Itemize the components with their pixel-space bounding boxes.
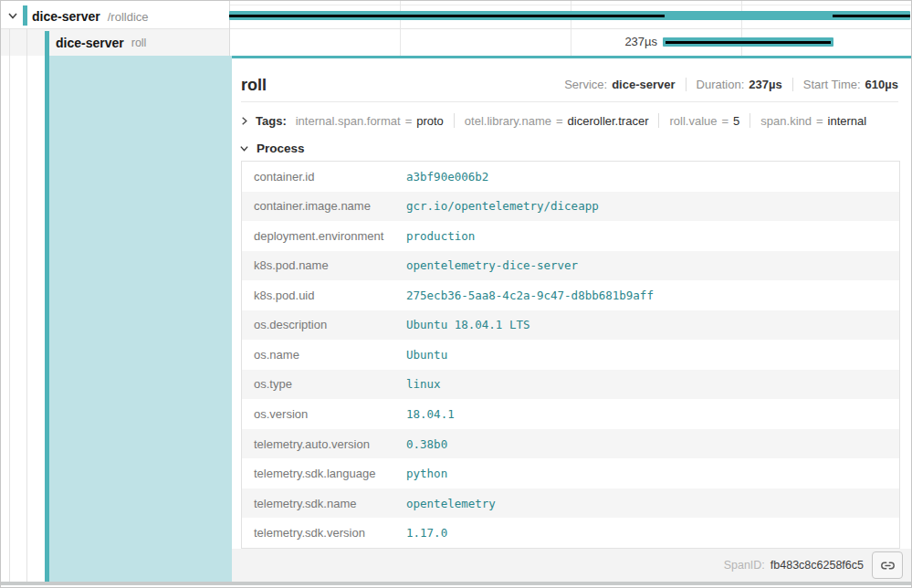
process-value: gcr.io/opentelemetry/diceapp bbox=[406, 192, 899, 222]
process-key: os.version bbox=[242, 399, 406, 429]
process-key: telemetry.sdk.version bbox=[242, 518, 406, 548]
meta-label: Duration: bbox=[697, 78, 745, 91]
process-key: telemetry.auto.version bbox=[242, 429, 406, 459]
span-color-chip bbox=[23, 5, 27, 26]
process-key: telemetry.sdk.language bbox=[242, 458, 406, 488]
detail-footer: SpanID: fb483c8c6258f6c5 bbox=[232, 549, 911, 582]
tag-divider bbox=[658, 113, 659, 128]
process-key: os.description bbox=[242, 310, 406, 341]
process-key-value-table: container.ida3bf90e006b2container.image.… bbox=[241, 161, 900, 549]
process-table-row: telemetry.sdk.nameopentelemetry bbox=[242, 488, 899, 519]
process-key: telemetry.sdk.name bbox=[242, 488, 406, 519]
meta-divider bbox=[792, 78, 793, 91]
tag-item: span.kind=internal bbox=[760, 114, 866, 128]
span-operation-name: /rolldice bbox=[108, 10, 149, 24]
process-value: Ubuntu bbox=[406, 340, 899, 370]
collapse-chevron-icon[interactable] bbox=[6, 9, 19, 22]
meta-divider bbox=[686, 78, 687, 91]
detail-panel-top-border bbox=[232, 56, 911, 58]
critical-path-segment bbox=[229, 15, 665, 17]
meta-label: Service: bbox=[564, 78, 607, 91]
timeline-graph-area: 237µs bbox=[229, 1, 911, 56]
meta-value: 610µs bbox=[865, 78, 898, 91]
span-meta-row: Service:dice-serverDuration:237µsStart T… bbox=[564, 78, 898, 91]
process-value: a3bf90e006b2 bbox=[406, 162, 899, 192]
indent-guide-line bbox=[26, 29, 27, 582]
span-operation-name: roll bbox=[131, 37, 147, 49]
tag-item: internal.span.format=proto bbox=[296, 114, 444, 128]
process-accordion[interactable]: Process bbox=[239, 138, 305, 158]
process-table-row: telemetry.sdk.languagepython bbox=[242, 458, 899, 488]
copy-link-button[interactable] bbox=[872, 551, 903, 579]
meta-label: Start Time: bbox=[803, 78, 861, 91]
chevron-right-icon bbox=[239, 116, 249, 126]
process-value: python bbox=[406, 458, 899, 488]
tag-item: otel.library.name=diceroller.tracer bbox=[465, 114, 649, 128]
process-value: opentelemetry-dice-server bbox=[406, 251, 899, 281]
process-key: container.id bbox=[242, 162, 406, 192]
meta-value: dice-server bbox=[612, 78, 675, 91]
span-detail-title: roll bbox=[241, 74, 267, 96]
process-table-row: telemetry.auto.version0.38b0 bbox=[242, 429, 899, 459]
process-table-row: os.typelinux bbox=[242, 370, 899, 400]
process-table-row: k8s.pod.uid275ecb36-5aa8-4c2a-9c47-d8bb6… bbox=[242, 280, 899, 310]
process-key: k8s.pod.uid bbox=[242, 280, 406, 310]
process-key: k8s.pod.name bbox=[242, 251, 406, 281]
link-icon bbox=[880, 558, 896, 573]
process-table-row: container.image.namegcr.io/opentelemetry… bbox=[242, 192, 899, 222]
process-table-row: deployment.environmentproduction bbox=[242, 221, 899, 251]
span-duration-label: 237µs bbox=[566, 36, 657, 48]
tags-accordion[interactable]: Tags: internal.span.format=protootel.lib… bbox=[239, 110, 866, 131]
span-service-name: dice-server bbox=[56, 36, 124, 50]
process-value: 0.38b0 bbox=[406, 429, 899, 459]
jaeger-trace-detail-view: dice-server /rolldice dice-server roll 2… bbox=[0, 0, 912, 588]
process-label: Process bbox=[257, 142, 305, 155]
detail-bottom-border bbox=[1, 582, 911, 585]
spanid-value: fb483c8c6258f6c5 bbox=[770, 559, 864, 572]
process-value: Ubuntu 18.04.1 LTS bbox=[406, 310, 899, 341]
tag-divider bbox=[454, 113, 455, 128]
process-value: production bbox=[406, 221, 899, 251]
tag-divider bbox=[750, 113, 750, 128]
process-value: linux bbox=[406, 370, 899, 400]
span-service-name: dice-server bbox=[32, 9, 100, 24]
process-value: 275ecb36-5aa8-4c2a-9c47-d8bb681b9aff bbox=[406, 280, 899, 310]
process-table-row: k8s.pod.nameopentelemetry-dice-server bbox=[242, 251, 899, 281]
process-value: opentelemetry bbox=[406, 488, 899, 519]
process-key: os.type bbox=[242, 370, 406, 400]
process-key: deployment.environment bbox=[242, 221, 406, 251]
chevron-down-icon bbox=[239, 143, 249, 153]
meta-value: 237µs bbox=[749, 78, 781, 91]
critical-path-segment bbox=[666, 41, 831, 44]
critical-path-segment bbox=[833, 15, 909, 17]
detail-header-divider bbox=[241, 101, 898, 102]
process-table-row: os.nameUbuntu bbox=[242, 340, 899, 370]
process-value: 1.17.0 bbox=[406, 518, 899, 548]
indent-guide-line bbox=[9, 29, 10, 582]
process-value: 18.04.1 bbox=[406, 399, 899, 429]
process-table-row: os.descriptionUbuntu 18.04.1 LTS bbox=[242, 310, 899, 341]
process-table-row: os.version18.04.1 bbox=[242, 399, 899, 429]
selected-span-rail bbox=[49, 56, 232, 582]
span-row-rolldice[interactable]: dice-server /rolldice bbox=[32, 5, 149, 28]
process-table-row: container.ida3bf90e006b2 bbox=[242, 162, 899, 192]
tags-label: Tags: bbox=[256, 114, 287, 128]
process-key: os.name bbox=[242, 340, 406, 370]
spanid-label: SpanID: bbox=[724, 559, 765, 572]
tag-item: roll.value=5 bbox=[669, 114, 739, 128]
process-table-row: telemetry.sdk.version1.17.0 bbox=[242, 518, 899, 548]
span-row-roll[interactable]: dice-server roll bbox=[56, 29, 146, 56]
process-key: container.image.name bbox=[242, 192, 406, 222]
